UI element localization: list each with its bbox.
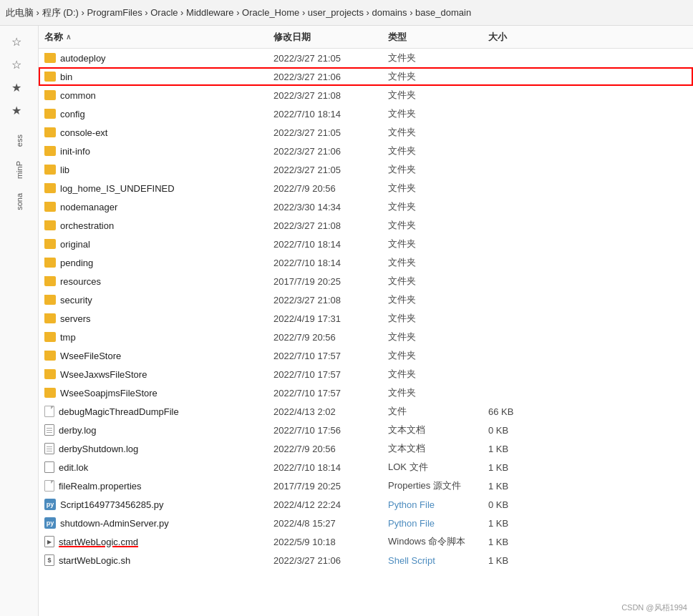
file-date-cell: 2022/7/10 18:14 — [273, 109, 388, 119]
file-name-cell: config — [44, 109, 273, 119]
file-size-cell: 1 KB — [488, 555, 546, 566]
file-type-cell: 文件夹 — [388, 238, 488, 250]
table-row[interactable]: startWebLogic.sh2022/3/27 21:06Shell Scr… — [39, 551, 693, 569]
file-type-cell: 文件夹 — [388, 386, 488, 399]
file-name-cell: derbyShutdown.log — [44, 443, 273, 454]
file-name-cell: pending — [44, 258, 273, 268]
file-name-cell: fileRealm.properties — [44, 480, 273, 492]
file-type-cell: 文本文档 — [388, 424, 488, 436]
table-row[interactable]: startWebLogic.cmd2022/5/9 10:18Windows 命… — [39, 532, 693, 551]
table-row[interactable]: derbyShutdown.log2022/7/9 20:56文本文档1 KB — [39, 439, 693, 458]
folder-icon — [44, 220, 56, 230]
table-row[interactable]: lib2022/3/27 21:05文件夹 — [39, 160, 693, 179]
file-date-cell: 2022/7/10 17:57 — [273, 369, 388, 380]
file-date-cell: 2022/7/10 17:57 — [273, 388, 388, 399]
table-row[interactable]: config2022/7/10 18:14文件夹 — [39, 104, 693, 123]
table-row[interactable]: servers2022/4/19 17:31文件夹 — [39, 309, 693, 328]
table-row[interactable]: pyshutdown-AdminServer.py2022/4/8 15:27P… — [39, 514, 693, 532]
folder-icon — [44, 276, 56, 286]
file-name-cell: orchestration — [44, 220, 273, 231]
file-name-cell: servers — [44, 313, 273, 324]
col-header-type[interactable]: 类型 — [388, 31, 488, 44]
file-date-cell: 2022/5/9 10:18 — [273, 537, 388, 547]
file-date-cell: 2022/3/27 21:08 — [273, 295, 388, 305]
folder-icon — [44, 202, 56, 212]
table-row[interactable]: WseeJaxwsFileStore2022/7/10 17:57文件夹 — [39, 365, 693, 383]
file-name-cell: tmp — [44, 332, 273, 343]
table-row[interactable]: orchestration2022/3/27 21:08文件夹 — [39, 216, 693, 235]
table-row[interactable]: fileRealm.properties2017/7/19 20:25Prope… — [39, 476, 693, 495]
file-name-label: debugMagicThreadDumpFile — [59, 406, 179, 417]
file-type-cell: 文件夹 — [388, 126, 488, 139]
table-row[interactable]: WseeSoapjmsFileStore2022/7/10 17:57文件夹 — [39, 383, 693, 402]
file-name-label: resources — [60, 276, 101, 287]
file-list-container[interactable]: 名称 ∧ 修改日期 类型 大小 autodeploy2022/3/27 21:0… — [39, 26, 693, 616]
column-header-row: 名称 ∧ 修改日期 类型 大小 — [39, 26, 693, 49]
col-header-name[interactable]: 名称 ∧ — [44, 31, 273, 44]
table-row[interactable]: derby.log2022/7/10 17:56文本文档0 KB — [39, 421, 693, 439]
folder-icon — [44, 127, 56, 137]
file-name-cell: nodemanager — [44, 202, 273, 212]
table-row[interactable]: init-info2022/3/27 21:06文件夹 — [39, 142, 693, 160]
table-row[interactable]: nodemanager2022/3/30 14:34文件夹 — [39, 197, 693, 216]
file-date-cell: 2022/7/9 20:56 — [273, 183, 388, 194]
folder-icon — [44, 369, 56, 379]
table-row[interactable]: console-ext2022/3/27 21:05文件夹 — [39, 123, 693, 142]
file-size-cell: 1 KB — [488, 481, 546, 492]
lok-file-icon — [44, 461, 54, 473]
file-type-cell: Python File — [388, 499, 488, 510]
table-row[interactable]: resources2017/7/19 20:25文件夹 — [39, 272, 693, 290]
file-date-cell: 2022/4/12 22:24 — [273, 499, 388, 510]
file-date-cell: 2022/3/27 21:05 — [273, 127, 388, 138]
table-row[interactable]: autodeploy2022/3/27 21:05文件夹 — [39, 49, 693, 67]
table-row[interactable]: common2022/3/27 21:08文件夹 — [39, 86, 693, 104]
file-date-cell: 2022/3/27 21:05 — [273, 165, 388, 175]
file-name-label: WseeSoapjmsFileStore — [60, 388, 158, 399]
sidebar-pin-3[interactable]: ★ — [3, 77, 30, 97]
file-date-cell: 2022/3/27 21:06 — [273, 146, 388, 157]
table-row[interactable]: debugMagicThreadDumpFile2022/4/13 2:02文件… — [39, 402, 693, 421]
file-name-cell: startWebLogic.sh — [44, 554, 273, 566]
file-name-label: startWebLogic.sh — [59, 555, 130, 566]
sidebar-pin-2[interactable]: ☆ — [3, 54, 30, 74]
table-row[interactable]: edit.lok2022/7/10 18:14LOK 文件1 KB — [39, 458, 693, 476]
file-name-label: nodemanager — [60, 202, 117, 212]
file-name-label: console-ext — [60, 127, 107, 138]
file-name-label: servers — [60, 313, 91, 324]
folder-icon — [44, 332, 56, 342]
file-type-cell: 文件夹 — [388, 107, 488, 120]
file-date-cell: 2022/3/30 14:34 — [273, 202, 388, 212]
file-date-cell: 2022/7/10 17:56 — [273, 425, 388, 436]
folder-icon — [44, 388, 56, 398]
file-size-cell: 66 KB — [488, 406, 546, 417]
file-date-cell: 2022/7/10 18:14 — [273, 258, 388, 268]
table-row[interactable]: tmp2022/7/9 20:56文件夹 — [39, 328, 693, 346]
folder-icon — [44, 183, 56, 193]
table-row[interactable]: pyScript1649773456285.py2022/4/12 22:24P… — [39, 495, 693, 514]
file-name-cell: derby.log — [44, 424, 273, 436]
file-type-cell: Python File — [388, 518, 488, 529]
file-type-cell: Windows 命令脚本 — [388, 535, 488, 548]
table-row[interactable]: original2022/7/10 18:14文件夹 — [39, 235, 693, 253]
file-name-label: startWebLogic.cmd — [59, 537, 138, 547]
folder-icon — [44, 239, 56, 249]
sidebar-pin-1[interactable]: ☆ — [3, 31, 30, 52]
file-date-cell: 2022/3/27 21:08 — [273, 220, 388, 231]
file-name-label: derby.log — [59, 425, 97, 436]
sidebar-pin-4[interactable]: ★ — [3, 100, 30, 120]
file-type-cell: 文件夹 — [388, 331, 488, 343]
file-name-label: config — [60, 109, 85, 119]
folder-icon — [44, 165, 56, 175]
table-row[interactable]: WseeFileStore2022/7/10 17:57文件夹 — [39, 346, 693, 365]
file-name-cell: WseeSoapjmsFileStore — [44, 388, 273, 399]
breadcrumb-text: 此电脑 › 程序 (D:) › ProgramFiles › Oracle › … — [6, 6, 471, 19]
table-row[interactable]: log_home_IS_UNDEFINED2022/7/9 20:56文件夹 — [39, 179, 693, 197]
table-row[interactable]: bin2022/3/27 21:06文件夹 — [39, 67, 693, 86]
file-type-cell: 文件夹 — [388, 219, 488, 232]
watermark: CSDN @风梧1994 — [621, 602, 687, 613]
table-row[interactable]: pending2022/7/10 18:14文件夹 — [39, 253, 693, 272]
col-header-date[interactable]: 修改日期 — [273, 31, 388, 44]
col-header-size[interactable]: 大小 — [488, 31, 546, 44]
table-row[interactable]: security2022/3/27 21:08文件夹 — [39, 290, 693, 309]
file-size-cell: 1 KB — [488, 444, 546, 454]
